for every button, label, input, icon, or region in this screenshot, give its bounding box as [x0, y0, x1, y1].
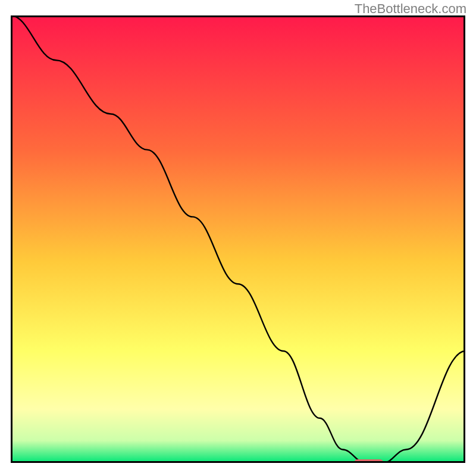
watermark-text: TheBottleneck.com — [355, 1, 466, 17]
chart-svg — [11, 15, 465, 463]
chart-container: TheBottleneck.com — [0, 0, 476, 476]
gradient-background — [11, 15, 465, 463]
plot-area — [11, 15, 465, 463]
